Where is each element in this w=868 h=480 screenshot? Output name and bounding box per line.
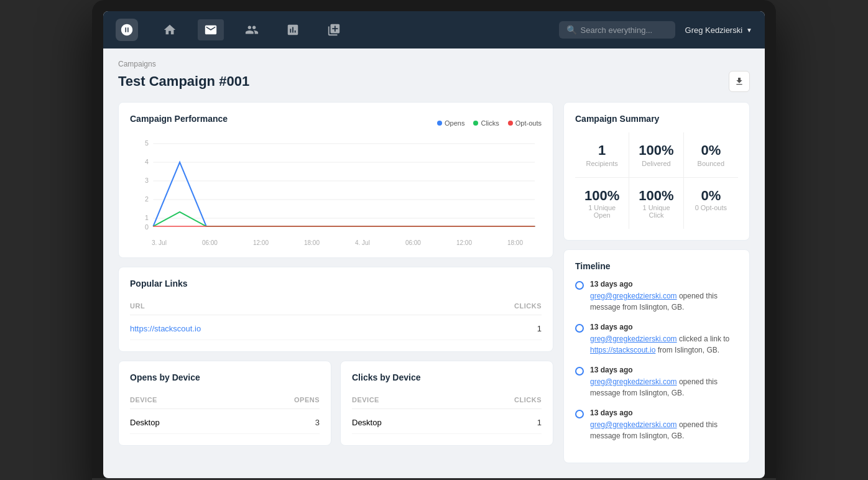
x-label-4: 18:00 xyxy=(304,239,320,246)
svg-text:3: 3 xyxy=(145,177,149,184)
delivered-value: 100% xyxy=(634,142,678,159)
optouts-sublabel: 0 Opt-outs xyxy=(689,204,733,211)
left-column: Campaign Performance Opens Clicks Opt-ou… xyxy=(118,102,553,463)
x-label-7: 12:00 xyxy=(456,239,472,246)
clicks-device-name: Desktop xyxy=(352,418,382,427)
timeline-item-2: 13 days ago greg@gregkedzierski.com clic… xyxy=(575,323,738,356)
opens-device-header: Device Opens xyxy=(130,391,320,409)
campaign-summary-card: Campaign Summary 1 Recipients 100% Deliv… xyxy=(563,102,750,241)
x-label-6: 06:00 xyxy=(405,239,421,246)
performance-chart-card: Campaign Performance Opens Clicks Opt-ou… xyxy=(118,102,553,258)
chart-title: Campaign Performance xyxy=(130,114,228,124)
search-input[interactable] xyxy=(581,25,668,35)
popular-links-title: Popular Links xyxy=(130,279,542,288)
x-label-8: 18:00 xyxy=(507,239,523,246)
link-url[interactable]: https://stackscout.io xyxy=(130,324,201,333)
clicks-col-header: Clicks xyxy=(514,302,542,310)
timeline-card: Timeline 13 days ago greg@gregkedzierski… xyxy=(563,249,750,463)
table-row: Desktop 3 xyxy=(130,412,320,434)
laptop-screen: 🔍 Greg Kedzierski ▼ Campaigns Test Campa… xyxy=(103,11,765,478)
x-label-5: 4. Jul xyxy=(355,239,370,246)
timeline-item-4: 13 days ago greg@gregkedzierski.com open… xyxy=(575,408,738,441)
links-table-header: URL Clicks xyxy=(130,297,542,315)
unique-open-value: 100% xyxy=(580,188,624,204)
x-label-2: 06:00 xyxy=(202,239,218,246)
search-bar[interactable]: 🔍 xyxy=(559,21,675,39)
opens-device-title: Opens by Device xyxy=(130,372,320,382)
contacts-nav-item[interactable] xyxy=(239,19,265,40)
logo[interactable] xyxy=(116,19,138,41)
bounced-value: 0% xyxy=(689,142,733,159)
popular-links-card: Popular Links URL Clicks https://stacksc… xyxy=(118,267,553,352)
timeline-dot-4 xyxy=(575,410,584,418)
clicks-device-title: Clicks by Device xyxy=(352,372,542,382)
chart-xaxis: 3. Jul 06:00 12:00 18:00 4. Jul 06:00 12… xyxy=(130,239,542,246)
clicks-device-count: 1 xyxy=(537,418,542,427)
breadcrumb: Campaigns xyxy=(118,60,750,68)
device-col-header-2: Device xyxy=(352,396,379,404)
clicks-col-header-2: Clicks xyxy=(514,396,542,404)
chart-legend: Opens Clicks Opt-outs xyxy=(437,119,542,127)
opens-by-device-card: Opens by Device Device Opens Desktop 3 xyxy=(118,361,331,446)
timeline-link-2[interactable]: https://stackscout.io xyxy=(590,346,655,354)
timeline-action-2b: from Islington, GB. xyxy=(658,346,719,354)
legend-optouts: Opt-outs xyxy=(508,119,542,127)
user-name: Greg Kedzierski xyxy=(685,25,742,35)
device-cards-row: Opens by Device Device Opens Desktop 3 xyxy=(118,361,553,446)
chart-header: Campaign Performance Opens Clicks Opt-ou… xyxy=(130,114,542,132)
timeline-text-1: greg@gregkedzierski.com opened this mess… xyxy=(590,290,738,313)
timeline-item-3: 13 days ago greg@gregkedzierski.com open… xyxy=(575,366,738,399)
right-column: Campaign Summary 1 Recipients 100% Deliv… xyxy=(563,102,750,463)
svg-text:1: 1 xyxy=(145,215,149,221)
summary-bounced: 0% Bounced xyxy=(684,132,738,178)
summary-optouts: 0% 0 Opt-outs xyxy=(684,178,738,229)
timeline-dot-2 xyxy=(575,324,584,333)
page-title: Test Campaign #001 xyxy=(118,73,249,90)
timeline-email-2[interactable]: greg@gregkedzierski.com xyxy=(590,335,677,343)
url-col-header: URL xyxy=(130,302,145,310)
timeline-text-2: greg@gregkedzierski.com clicked a link t… xyxy=(590,333,738,356)
device-col-header: Device xyxy=(130,396,157,404)
x-label-3: 12:00 xyxy=(253,239,269,246)
page-content: Campaigns Test Campaign #001 Campaign Pe… xyxy=(103,48,765,478)
timeline-time-3: 13 days ago xyxy=(590,366,738,374)
link-clicks: 1 xyxy=(537,324,542,333)
summary-recipients: 1 Recipients xyxy=(575,132,629,178)
export-button[interactable] xyxy=(729,71,750,92)
laptop-frame: 🔍 Greg Kedzierski ▼ Campaigns Test Campa… xyxy=(92,0,776,480)
clicks-device-header: Device Clicks xyxy=(352,391,542,409)
summary-grid: 1 Recipients 100% Delivered 0% Bounced xyxy=(575,132,738,229)
nav-icons xyxy=(157,19,559,40)
timeline-email-4[interactable]: greg@gregkedzierski.com xyxy=(590,420,677,429)
home-nav-item[interactable] xyxy=(157,19,183,40)
timeline-time-2: 13 days ago xyxy=(590,323,738,331)
timeline-dot-1 xyxy=(575,281,584,290)
x-label-1: 3. Jul xyxy=(152,239,167,246)
templates-nav-item[interactable] xyxy=(321,19,347,40)
campaigns-nav-item[interactable] xyxy=(198,19,224,40)
timeline-email-3[interactable]: greg@gregkedzierski.com xyxy=(590,377,677,386)
opens-device-count: 3 xyxy=(315,418,320,427)
svg-text:0: 0 xyxy=(145,224,149,231)
timeline-text-4: greg@gregkedzierski.com opened this mess… xyxy=(590,419,738,441)
analytics-nav-item[interactable] xyxy=(280,19,306,40)
timeline-email-1[interactable]: greg@gregkedzierski.com xyxy=(590,292,677,300)
summary-unique-open: 100% 1 Unique Open xyxy=(575,178,629,229)
clicks-by-device-card: Clicks by Device Device Clicks Desktop 1 xyxy=(340,361,553,446)
recipients-value: 1 xyxy=(580,142,624,159)
unique-click-sublabel: 1 Unique Click xyxy=(634,204,678,219)
opens-col-header: Opens xyxy=(294,396,320,404)
top-nav: 🔍 Greg Kedzierski ▼ xyxy=(103,11,765,48)
unique-open-sublabel: 1 Unique Open xyxy=(580,204,624,219)
timeline-time-1: 13 days ago xyxy=(590,280,738,288)
svg-text:2: 2 xyxy=(145,196,149,203)
unique-click-value: 100% xyxy=(634,188,678,204)
search-icon: 🔍 xyxy=(566,25,577,35)
chart-area: 5 4 3 2 1 0 xyxy=(130,137,542,237)
chevron-down-icon: ▼ xyxy=(746,27,752,34)
table-row: https://stackscout.io 1 xyxy=(130,318,542,340)
recipients-label: Recipients xyxy=(580,160,624,167)
timeline-action-2a: clicked a link to xyxy=(679,335,729,343)
user-menu[interactable]: Greg Kedzierski ▼ xyxy=(685,25,752,35)
page-title-row: Test Campaign #001 xyxy=(118,71,750,92)
